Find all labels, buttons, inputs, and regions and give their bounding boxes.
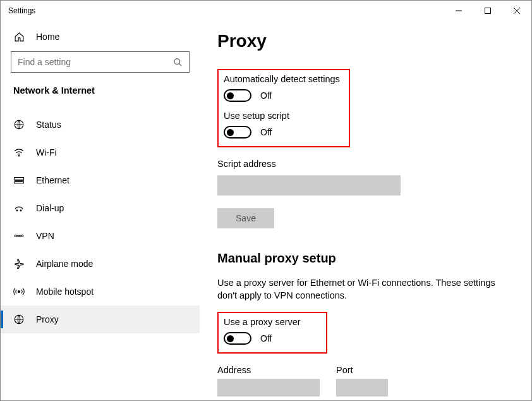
titlebar: Settings: [1, 1, 531, 21]
nav-label: Mobile hotspot: [36, 287, 94, 297]
setup-script-toggle[interactable]: [224, 126, 251, 139]
home-label: Home: [36, 32, 59, 42]
nav-item-airplane[interactable]: Airplane mode: [1, 250, 200, 278]
svg-rect-9: [16, 180, 17, 182]
nav-item-hotspot[interactable]: Mobile hotspot: [1, 278, 200, 305]
address-label: Address: [217, 365, 320, 375]
svg-rect-1: [485, 8, 491, 14]
hotspot-icon: [13, 286, 25, 297]
window-controls: [444, 1, 531, 21]
use-proxy-toggle[interactable]: [224, 332, 251, 345]
use-proxy-state: Off: [260, 333, 272, 343]
nav-list: Status Wi-Fi Ethernet: [1, 111, 200, 333]
sidebar: Home Network & Internet Status: [1, 21, 200, 400]
nav-item-ethernet[interactable]: Ethernet: [1, 166, 200, 194]
search-input[interactable]: [18, 57, 173, 67]
svg-rect-11: [20, 180, 21, 182]
close-button[interactable]: [502, 1, 531, 21]
status-icon: [13, 119, 25, 130]
manual-section-title: Manual proxy setup: [217, 251, 510, 266]
nav-label: Wi-Fi: [36, 147, 57, 157]
nav-item-wifi[interactable]: Wi-Fi: [1, 139, 200, 166]
use-proxy-label: Use a proxy server: [224, 317, 320, 327]
svg-point-4: [174, 58, 180, 64]
airplane-icon: [13, 258, 25, 269]
auto-detect-state: Off: [260, 90, 272, 101]
svg-rect-10: [18, 180, 19, 182]
nav-label: Dial-up: [36, 203, 64, 213]
nav-label: Status: [36, 120, 61, 130]
setup-script-label: Use setup script: [224, 111, 342, 121]
manual-proxy-highlight: Use a proxy server Off: [217, 312, 327, 354]
minimize-button[interactable]: [444, 1, 473, 21]
setup-script-state: Off: [260, 127, 272, 137]
svg-point-13: [16, 210, 18, 211]
nav-item-status[interactable]: Status: [1, 111, 200, 139]
search-box[interactable]: [11, 51, 190, 73]
category-title: Network & Internet: [11, 85, 190, 96]
auto-detect-toggle[interactable]: [224, 89, 251, 102]
svg-rect-12: [21, 180, 23, 182]
auto-proxy-highlight: Automatically detect settings Off Use se…: [217, 69, 350, 147]
svg-point-16: [21, 235, 23, 237]
svg-point-7: [18, 156, 20, 157]
manual-desc: Use a proxy server for Ethernet or Wi-Fi…: [217, 277, 495, 302]
nav-item-proxy[interactable]: Proxy: [1, 305, 200, 333]
nav-item-vpn[interactable]: VPN: [1, 222, 200, 250]
home-icon: [13, 31, 25, 42]
proxy-icon: [13, 314, 25, 325]
nav-label: Ethernet: [36, 175, 70, 185]
vpn-icon: [13, 230, 25, 242]
dialup-icon: [13, 202, 25, 214]
maximize-button[interactable]: [473, 1, 502, 21]
save-button: Save: [217, 208, 274, 228]
nav-label: Airplane mode: [36, 259, 93, 269]
port-input: [336, 379, 388, 397]
script-address-label: Script address: [217, 159, 510, 169]
auto-detect-label: Automatically detect settings: [224, 74, 342, 84]
nav-label: VPN: [36, 231, 54, 241]
settings-window: Settings Home: [0, 0, 532, 401]
page-title: Proxy: [217, 31, 510, 51]
nav-label: Proxy: [36, 314, 59, 324]
svg-line-5: [179, 63, 181, 66]
wifi-icon: [13, 147, 25, 158]
svg-point-14: [20, 210, 21, 211]
svg-point-15: [15, 235, 16, 237]
address-input: [217, 379, 320, 397]
script-address-input: [217, 175, 401, 195]
port-label: Port: [336, 365, 388, 375]
nav-item-dialup[interactable]: Dial-up: [1, 194, 200, 222]
window-title: Settings: [8, 6, 35, 15]
home-nav[interactable]: Home: [11, 25, 190, 51]
search-icon: [173, 58, 183, 67]
content-pane: Proxy Automatically detect settings Off …: [200, 21, 531, 400]
ethernet-icon: [13, 175, 25, 186]
svg-point-17: [18, 291, 20, 293]
